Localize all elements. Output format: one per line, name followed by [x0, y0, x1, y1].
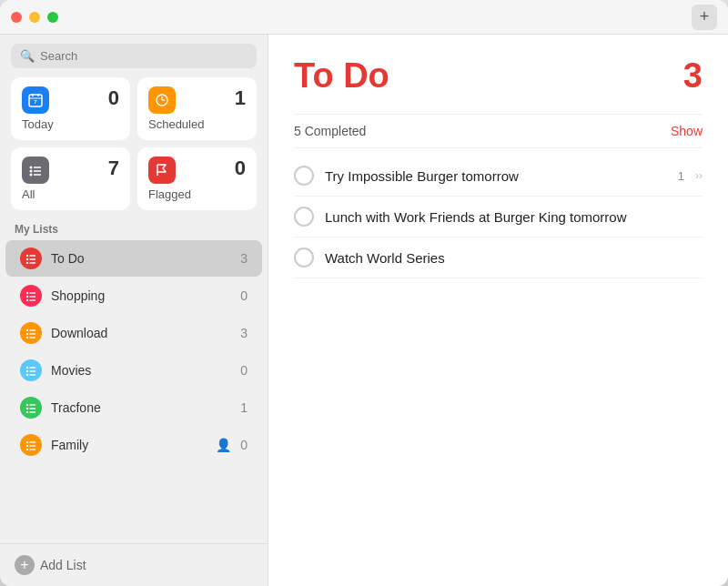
maximize-button[interactable]: [47, 12, 58, 23]
svg-point-26: [26, 329, 28, 331]
all-label: All: [22, 187, 119, 201]
task-row-3[interactable]: Watch World Series: [294, 237, 703, 278]
my-lists-header: My Lists: [0, 219, 268, 239]
task-name-1: Try Impossible Burger tomorrow: [325, 168, 667, 184]
add-list-button[interactable]: + Add List: [0, 543, 268, 586]
download-list-icon: [20, 322, 42, 344]
task-circle-1[interactable]: [294, 166, 314, 186]
movies-list-icon: [20, 359, 42, 381]
app-window: + 🔍: [0, 0, 728, 586]
download-list-name: Download: [51, 326, 231, 340]
shared-icon: 👤: [216, 438, 231, 452]
list-item-download[interactable]: Download 3: [5, 315, 262, 351]
download-list-count: 3: [240, 326, 248, 340]
svg-point-34: [26, 370, 28, 372]
svg-point-18: [26, 262, 28, 264]
add-list-icon: +: [15, 555, 35, 575]
minimize-button[interactable]: [29, 12, 40, 23]
search-icon: 🔍: [20, 49, 35, 63]
completed-bar: 5 Completed Show: [294, 114, 703, 148]
tracfone-list-icon: [20, 397, 42, 419]
shopping-list-count: 0: [240, 288, 248, 303]
svg-point-48: [26, 449, 28, 450]
task-list: Try Impossible Burger tomorrow 1 ›› Lunc…: [294, 156, 703, 278]
movies-list-name: Movies: [51, 363, 231, 378]
scheduled-label: Scheduled: [148, 117, 246, 131]
list-item-todo[interactable]: To Do 3: [5, 240, 262, 277]
task-chevron-1: ››: [695, 169, 703, 182]
family-list-count: 0: [240, 438, 248, 452]
list-item-movies[interactable]: Movies 0: [5, 352, 262, 389]
svg-point-10: [30, 170, 33, 173]
task-circle-2[interactable]: [294, 207, 314, 227]
today-count: 0: [108, 86, 119, 110]
task-row-2[interactable]: Lunch with Work Friends at Burger King t…: [294, 197, 703, 237]
flagged-count: 0: [235, 157, 246, 180]
add-button[interactable]: +: [692, 5, 717, 30]
svg-point-16: [26, 258, 28, 260]
svg-text:7: 7: [34, 99, 37, 105]
task-name-3: Watch World Series: [325, 250, 703, 266]
svg-point-12: [30, 174, 33, 177]
tracfone-list-count: 1: [240, 400, 248, 415]
svg-point-24: [26, 299, 28, 301]
main-header: To Do 3: [294, 56, 703, 96]
shopping-list-name: Shopping: [51, 288, 231, 303]
svg-point-14: [26, 255, 28, 257]
svg-point-44: [26, 441, 28, 443]
tracfone-list-name: Tracfone: [51, 400, 231, 415]
task-badge-1: 1: [678, 169, 684, 183]
main-content: To Do 3 5 Completed Show Try Impossible …: [268, 35, 728, 586]
task-row-1[interactable]: Try Impossible Burger tomorrow 1 ››: [294, 156, 703, 197]
todo-list-count: 3: [240, 251, 248, 266]
svg-point-30: [26, 337, 28, 338]
all-count: 7: [108, 157, 119, 180]
today-icon: 7: [22, 86, 49, 114]
task-name-2: Lunch with Work Friends at Burger King t…: [325, 209, 703, 225]
scheduled-count: 1: [235, 86, 246, 110]
sidebar: 🔍 7: [0, 35, 268, 586]
titlebar: +: [0, 0, 728, 35]
todo-list-name: To Do: [51, 251, 231, 266]
main-count: 3: [683, 56, 703, 96]
family-list-icon: [20, 434, 42, 456]
svg-point-46: [26, 445, 28, 447]
family-list-name: Family: [51, 438, 207, 452]
completed-text: 5 Completed: [294, 124, 366, 138]
flagged-label: Flagged: [148, 187, 246, 201]
show-completed-button[interactable]: Show: [671, 124, 703, 138]
smart-list-scheduled[interactable]: 1 Scheduled: [137, 77, 257, 140]
svg-point-8: [30, 167, 33, 169]
smart-list-all[interactable]: 7 All: [11, 147, 130, 210]
shopping-list-icon: [20, 285, 42, 307]
add-list-label: Add List: [40, 558, 86, 572]
scheduled-icon: [148, 86, 176, 114]
smart-list-today[interactable]: 7 0 Today: [11, 77, 130, 140]
todo-list-icon: [20, 248, 42, 269]
svg-point-40: [26, 408, 28, 409]
list-item-tracfone[interactable]: Tracfone 1: [5, 389, 262, 426]
svg-point-28: [26, 333, 28, 335]
movies-list-count: 0: [240, 363, 248, 378]
smart-lists-grid: 7 0 Today: [0, 77, 268, 219]
content-area: 🔍 7: [0, 35, 728, 586]
svg-point-32: [26, 367, 28, 369]
main-title: To Do: [294, 56, 389, 96]
traffic-lights: [11, 12, 58, 23]
svg-point-42: [26, 411, 28, 413]
search-input[interactable]: [40, 49, 248, 63]
list-items-container: To Do 3 Shopping: [0, 239, 268, 543]
svg-point-22: [26, 296, 28, 298]
svg-point-38: [26, 404, 28, 406]
svg-point-20: [26, 292, 28, 294]
close-button[interactable]: [11, 12, 22, 23]
search-bar: 🔍: [11, 44, 257, 68]
flagged-icon: [148, 157, 176, 184]
task-circle-3[interactable]: [294, 248, 314, 268]
list-item-shopping[interactable]: Shopping 0: [5, 278, 262, 314]
smart-list-flagged[interactable]: 0 Flagged: [137, 147, 257, 210]
today-label: Today: [22, 117, 119, 131]
list-item-family[interactable]: Family 👤 0: [5, 427, 262, 463]
all-icon: [22, 157, 49, 184]
svg-point-36: [26, 374, 28, 376]
